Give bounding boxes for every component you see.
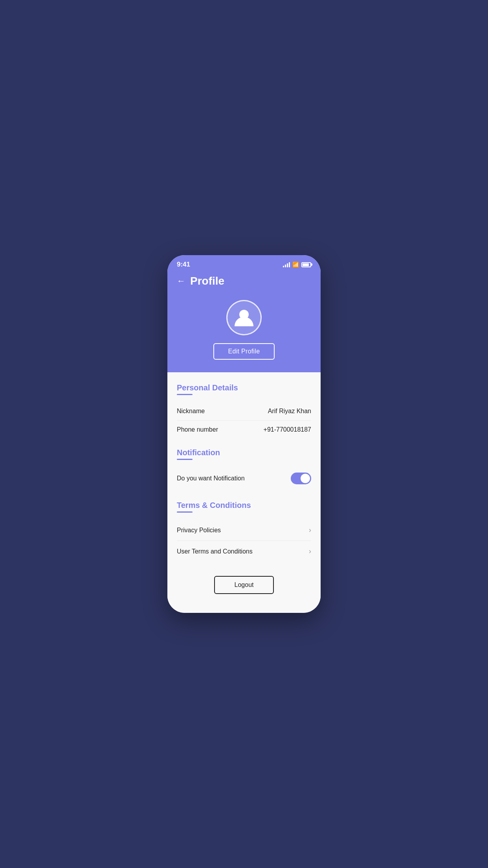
header-section: 9:41 📶 ← Profile <box>167 255 321 372</box>
personal-details-underline <box>177 394 193 395</box>
notification-row: Do you want Notification <box>177 467 311 490</box>
user-terms-item[interactable]: User Terms and Conditions › <box>177 541 311 562</box>
phone-label: Phone number <box>177 426 218 433</box>
terms-title: Terms & Conditions <box>177 501 251 510</box>
user-avatar-icon <box>232 306 256 329</box>
user-terms-label: User Terms and Conditions <box>177 548 253 555</box>
status-icons: 📶 <box>283 261 311 268</box>
back-button[interactable]: ← <box>177 276 185 286</box>
notification-label: Do you want Notification <box>177 475 245 482</box>
privacy-policies-item[interactable]: Privacy Policies › <box>177 520 311 541</box>
toggle-knob <box>301 474 310 483</box>
notification-title: Notification <box>177 448 220 457</box>
phone-frame: 9:41 📶 ← Profile <box>167 255 321 613</box>
nickname-row: Nickname Arif Riyaz Khan <box>177 402 311 421</box>
nav-bar: ← Profile <box>167 272 321 294</box>
logout-container: Logout <box>177 576 311 602</box>
phone-value: +91-7700018187 <box>264 426 311 433</box>
notification-toggle[interactable] <box>291 473 311 484</box>
signal-bars-icon <box>283 262 290 267</box>
notification-section: Notification Do you want Notification <box>177 448 311 490</box>
terms-section: Terms & Conditions Privacy Policies › Us… <box>177 501 311 562</box>
personal-details-title: Personal Details <box>177 383 238 392</box>
wifi-icon: 📶 <box>292 261 299 268</box>
status-time: 9:41 <box>177 261 190 268</box>
nickname-label: Nickname <box>177 408 205 415</box>
personal-details-section: Personal Details Nickname Arif Riyaz Kha… <box>177 383 311 439</box>
notification-underline <box>177 459 193 460</box>
avatar[interactable] <box>226 300 262 335</box>
avatar-section: Edit Profile <box>167 294 321 360</box>
privacy-policies-label: Privacy Policies <box>177 527 221 534</box>
battery-icon <box>301 262 311 267</box>
terms-underline <box>177 511 193 513</box>
page-title: Profile <box>190 275 224 287</box>
chevron-right-icon: › <box>309 526 311 534</box>
logout-button[interactable]: Logout <box>214 576 274 594</box>
edit-profile-button[interactable]: Edit Profile <box>213 343 275 360</box>
content-section: Personal Details Nickname Arif Riyaz Kha… <box>167 372 321 613</box>
nickname-value: Arif Riyaz Khan <box>268 408 311 415</box>
status-bar: 9:41 📶 <box>167 255 321 272</box>
phone-row: Phone number +91-7700018187 <box>177 421 311 439</box>
chevron-right-icon-2: › <box>309 547 311 555</box>
